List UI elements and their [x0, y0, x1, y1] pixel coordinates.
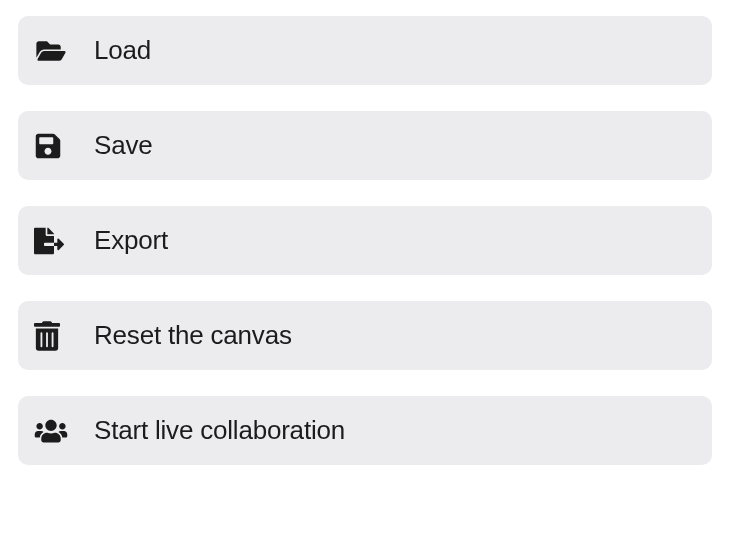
- menu-item-export[interactable]: Export: [18, 206, 712, 275]
- menu-item-load[interactable]: Load: [18, 16, 712, 85]
- menu-list: Load Save Export Reset the canvas Start …: [18, 16, 712, 465]
- menu-item-label: Export: [94, 225, 168, 256]
- file-export-icon: [34, 226, 70, 256]
- menu-item-label: Load: [94, 35, 151, 66]
- save-icon: [34, 131, 70, 161]
- trash-icon: [34, 321, 70, 351]
- folder-open-icon: [34, 36, 70, 66]
- users-icon: [34, 416, 70, 446]
- menu-item-label: Start live collaboration: [94, 415, 345, 446]
- menu-item-reset-canvas[interactable]: Reset the canvas: [18, 301, 712, 370]
- menu-item-live-collaboration[interactable]: Start live collaboration: [18, 396, 712, 465]
- menu-item-label: Reset the canvas: [94, 320, 292, 351]
- menu-item-label: Save: [94, 130, 152, 161]
- menu-item-save[interactable]: Save: [18, 111, 712, 180]
